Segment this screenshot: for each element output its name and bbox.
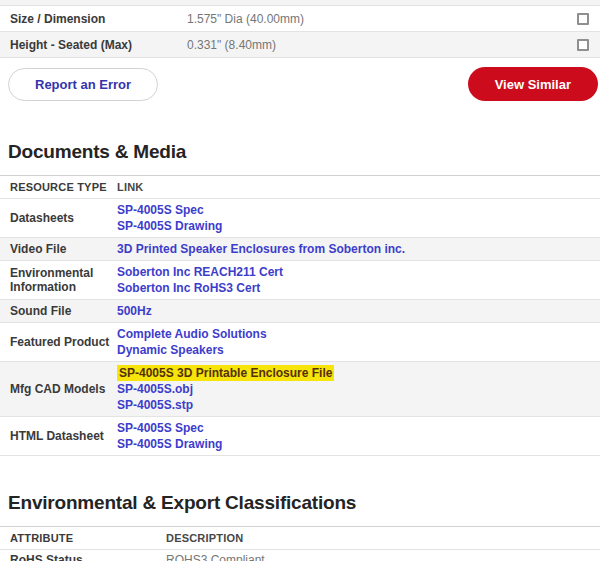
spec-value: 0.331" (8.40mm)	[187, 38, 577, 52]
table-row-html-datasheet: HTML Datasheet SP-4005S Spec SP-4005S Dr…	[0, 417, 600, 456]
document-link[interactable]: 500Hz	[117, 303, 152, 319]
table-row-datasheets: Datasheets SP-4005S Spec SP-4005S Drawin…	[0, 199, 600, 238]
attribute-value: ROHS3 Compliant	[166, 553, 600, 561]
document-link-highlighted[interactable]: SP-4005S 3D Printable Enclosure File	[117, 365, 334, 381]
resource-type-label: Mfg CAD Models	[0, 382, 117, 396]
spec-label: Height - Seated (Max)	[0, 38, 187, 52]
resource-type-label: HTML Datasheet	[0, 429, 117, 443]
documents-media-table: RESOURCE TYPE LINK Datasheets SP-4005S S…	[0, 175, 600, 456]
table-row-featured-product: Featured Product Complete Audio Solution…	[0, 323, 600, 362]
document-link[interactable]: SP-4005S.obj	[117, 381, 193, 397]
resource-type-label: Video File	[0, 242, 117, 256]
column-header-resource-type: RESOURCE TYPE	[0, 181, 117, 193]
table-row-mfg-cad-models: Mfg CAD Models SP-4005S 3D Printable Enc…	[0, 362, 600, 417]
table-row-rohs-status: RoHS Status ROHS3 Compliant	[0, 550, 600, 561]
view-similar-button[interactable]: View Similar	[468, 67, 598, 101]
resource-type-label: Datasheets	[0, 211, 117, 225]
resource-type-label: Sound File	[0, 304, 117, 318]
spec-value: 1.575" Dia (40.00mm)	[187, 12, 577, 26]
document-link[interactable]: 3D Printed Speaker Enclosures from Sober…	[117, 241, 405, 257]
table-header-row: RESOURCE TYPE LINK	[0, 176, 600, 199]
resource-type-label: Featured Product	[0, 335, 117, 349]
spec-row-checkbox[interactable]	[577, 13, 589, 25]
spec-table: Size / Dimension 1.575" Dia (40.00mm) He…	[0, 6, 600, 58]
table-row: Height - Seated (Max) 0.331" (8.40mm)	[0, 32, 600, 58]
document-link[interactable]: Soberton Inc REACH211 Cert	[117, 264, 283, 280]
table-row: Size / Dimension 1.575" Dia (40.00mm)	[0, 6, 600, 32]
env-export-title: Environmental & Export Classifications	[0, 492, 600, 514]
document-link[interactable]: SP-4005S Drawing	[117, 218, 222, 234]
column-header-link: LINK	[117, 181, 600, 193]
resource-type-label: Environmental Information	[0, 266, 117, 294]
document-link[interactable]: Soberton Inc RoHS3 Cert	[117, 280, 260, 296]
document-link[interactable]: SP-4005S Spec	[117, 420, 204, 436]
table-header-row: ATTRIBUTE DESCRIPTION	[0, 527, 600, 550]
document-link[interactable]: SP-4005S Drawing	[117, 436, 222, 452]
document-link[interactable]: SP-4005S.stp	[117, 397, 193, 413]
table-row-video-file: Video File 3D Printed Speaker Enclosures…	[0, 238, 600, 261]
spec-row-checkbox[interactable]	[577, 39, 589, 51]
column-header-description: DESCRIPTION	[166, 532, 600, 544]
document-link[interactable]: Dynamic Speakers	[117, 342, 224, 358]
documents-media-title: Documents & Media	[0, 141, 600, 163]
actions-bar: Report an Error View Similar	[0, 63, 600, 105]
table-row-environmental-information: Environmental Information Soberton Inc R…	[0, 261, 600, 300]
report-error-button[interactable]: Report an Error	[8, 68, 158, 101]
spec-label: Size / Dimension	[0, 12, 187, 26]
attribute-label: RoHS Status	[0, 553, 166, 561]
document-link[interactable]: SP-4005S Spec	[117, 202, 204, 218]
document-link[interactable]: Complete Audio Solutions	[117, 326, 267, 342]
table-row-sound-file: Sound File 500Hz	[0, 300, 600, 323]
column-header-attribute: ATTRIBUTE	[0, 532, 166, 544]
env-export-table: ATTRIBUTE DESCRIPTION RoHS Status ROHS3 …	[0, 526, 600, 561]
